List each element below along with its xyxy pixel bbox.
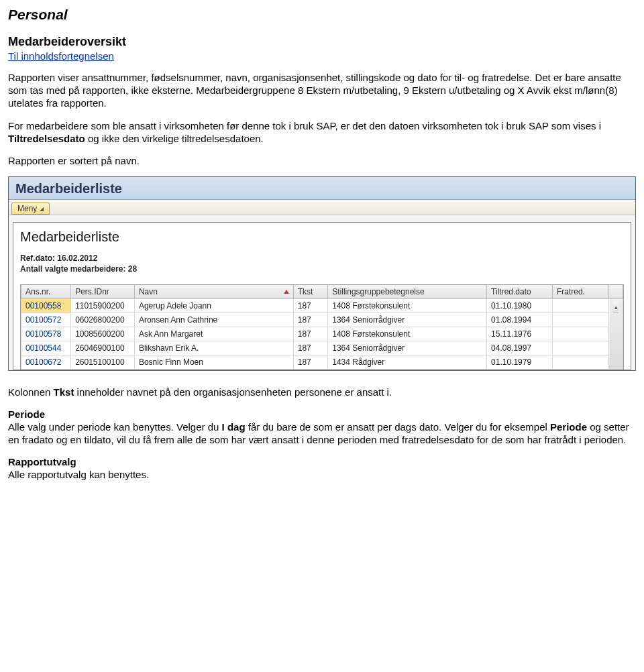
cell-tkst: 187 — [293, 327, 327, 341]
periode-label: Periode — [8, 408, 636, 421]
text: For medarbeidere som ble ansatt i virkso… — [8, 120, 601, 131]
cell-tkst: 187 — [293, 298, 327, 313]
app-titlebar: Medarbeiderliste — [9, 177, 635, 200]
cell-stilling: 1408 Førstekonsulent — [328, 327, 487, 341]
cell-persid: 10085600200 — [71, 327, 135, 341]
data-grid: Ans.nr. Pers.IDnr Navn Tkst Stillingsgru… — [20, 284, 624, 370]
scrollbar[interactable]: ▴ — [609, 298, 623, 369]
cell-tkst: 187 — [293, 341, 327, 355]
text: Alle rapportutvalg kan benyttes. — [8, 469, 149, 480]
cell-ansnr: 00100578 — [21, 327, 71, 341]
intro-paragraph-1: Rapporten viser ansattnummer, fødselsnum… — [8, 71, 636, 110]
cell-fratred — [552, 327, 608, 341]
cell-navn: Bosnic Finn Moen — [134, 355, 293, 369]
cell-stilling: 1364 Seniorrådgiver — [328, 341, 487, 355]
cell-tkst: 187 — [293, 313, 327, 327]
col-header-stilling[interactable]: Stillingsgruppebetegnelse — [328, 285, 487, 299]
app-body: Medarbeiderliste Ref.dato: 16.02.2012 An… — [9, 215, 635, 370]
cell-ansnr: 00100544 — [21, 341, 71, 355]
cell-fratred — [552, 341, 608, 355]
cell-navn: Ask Ann Margaret — [134, 327, 293, 341]
col-header-persid[interactable]: Pers.IDnr — [71, 285, 135, 299]
table-row[interactable]: 00100544 26046900100 Blikshavn Erik A. 1… — [21, 341, 623, 355]
app-menubar: Meny ◢ — [9, 200, 635, 215]
cell-fratred — [552, 298, 608, 313]
report-title: Medarbeiderliste — [20, 229, 624, 245]
table-row[interactable]: 00100572 06026800200 Aronsen Ann Cathrin… — [21, 313, 623, 327]
employee-count: Antall valgte medarbeidere: 28 — [20, 264, 624, 274]
cell-fratred — [552, 355, 608, 369]
ref-date: Ref.dato: 16.02.2012 — [20, 253, 624, 264]
text: inneholder navnet på den organisasjonsen… — [74, 386, 392, 398]
term-tkst: Tkst — [54, 386, 74, 398]
text: får du bare de som er ansatt per dags da… — [246, 421, 550, 433]
cell-stilling: 1408 Førstekonsulent — [328, 298, 487, 313]
periode-paragraph: Periode Alle valg under periode kan beny… — [8, 408, 636, 447]
report-heading: Medarbeideroversikt — [8, 35, 636, 49]
text: Kolonnen — [8, 386, 54, 398]
cell-tkst: 187 — [293, 355, 327, 369]
grid-header-row: Ans.nr. Pers.IDnr Navn Tkst Stillingsgru… — [21, 285, 623, 299]
report-pane: Medarbeiderliste Ref.dato: 16.02.2012 An… — [13, 222, 631, 370]
chevron-down-icon: ◢ — [40, 206, 44, 212]
cell-stilling: 1364 Seniorrådgiver — [328, 313, 487, 327]
cell-ansnr: 00100572 — [21, 313, 71, 327]
col-header-scroll — [609, 285, 623, 299]
tkst-paragraph: Kolonnen Tkst inneholder navnet på den o… — [8, 386, 636, 398]
cell-tiltred: 15.11.1976 — [487, 327, 553, 341]
report-meta: Ref.dato: 16.02.2012 Antall valgte medar… — [20, 253, 624, 274]
cell-tiltred: 01.10.1980 — [487, 298, 553, 313]
cell-tiltred: 01.08.1994 — [487, 313, 553, 327]
rapportutvalg-paragraph: Rapportutvalg Alle rapportutvalg kan ben… — [8, 455, 636, 481]
cell-fratred — [552, 313, 608, 327]
cell-persid: 06026800200 — [71, 313, 135, 327]
rapportutvalg-label: Rapportutvalg — [8, 455, 636, 468]
col-header-tkst[interactable]: Tkst — [293, 285, 327, 299]
intro-paragraph-3: Rapporten er sortert på navn. — [8, 154, 636, 167]
cell-tiltred: 01.10.1979 — [487, 355, 553, 369]
table-row[interactable]: 00100672 26015100100 Bosnic Finn Moen 18… — [21, 355, 623, 369]
table-row[interactable]: 00100578 10085600200 Ask Ann Margaret 18… — [21, 327, 623, 341]
term-tiltredelsesdato: Tiltredelsesdato — [8, 133, 85, 144]
term-idag: I dag — [222, 421, 246, 433]
cell-stilling: 1434 Rådgiver — [328, 355, 487, 369]
text: og ikke den virkelige tiltredelsesdatoen… — [85, 133, 264, 144]
col-header-ansnr[interactable]: Ans.nr. — [21, 285, 71, 299]
menu-button[interactable]: Meny ◢ — [11, 203, 50, 215]
cell-persid: 26015100100 — [71, 355, 135, 369]
cell-ansnr: 00100558 — [21, 298, 71, 313]
col-header-tiltred[interactable]: Tiltred.dato — [487, 285, 553, 299]
text: Alle valg under periode kan benyttes. Ve… — [8, 421, 222, 433]
menu-label: Meny — [17, 204, 37, 213]
toc-link[interactable]: Til innholdsfortegnelsen — [8, 50, 114, 62]
cell-navn: Blikshavn Erik A. — [134, 341, 293, 355]
scroll-up-icon[interactable]: ▴ — [613, 301, 619, 313]
intro-paragraph-2: For medarbeidere som ble ansatt i virkso… — [8, 119, 636, 145]
cell-ansnr: 00100672 — [21, 355, 71, 369]
col-header-navn[interactable]: Navn — [134, 285, 293, 299]
cell-persid: 26046900100 — [71, 341, 135, 355]
col-header-fratred[interactable]: Fratred. — [552, 285, 608, 299]
section-title: Personal — [8, 7, 636, 23]
cell-tiltred: 04.08.1997 — [487, 341, 553, 355]
table-row[interactable]: 00100558 11015900200 Agerup Adele Joann … — [21, 298, 623, 313]
cell-persid: 11015900200 — [71, 298, 135, 313]
cell-navn: Agerup Adele Joann — [134, 298, 293, 313]
cell-navn: Aronsen Ann Cathrine — [134, 313, 293, 327]
app-window: Medarbeiderliste Meny ◢ Medarbeiderliste… — [8, 176, 636, 370]
term-periode: Periode — [550, 421, 587, 433]
